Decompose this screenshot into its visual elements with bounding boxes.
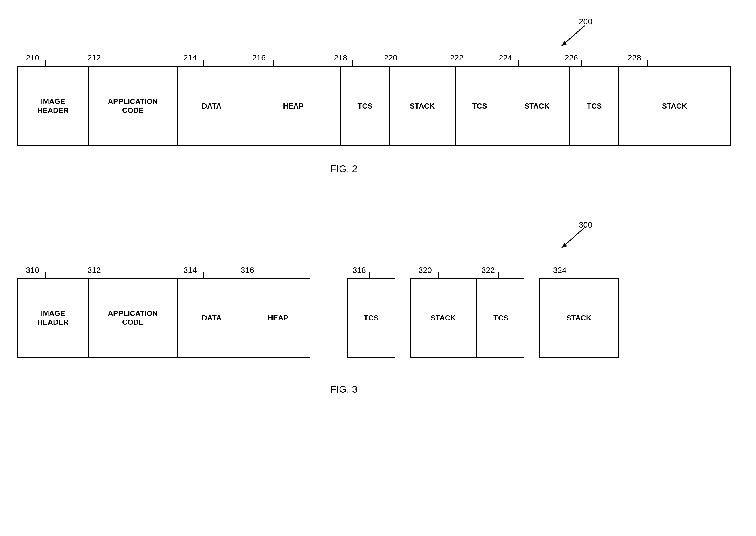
ref-224: 224 [499,53,512,62]
ref-218: 218 [334,53,347,62]
block-stack1-fig3: STACK [411,279,477,357]
tick-310 [42,272,48,279]
block-image-header-fig2: IMAGE HEADER [18,67,89,145]
tick-222 [464,60,470,67]
block-stack2-fig3: STACK [540,279,618,357]
block-stack3-fig2: STACK [619,67,730,145]
diagram-page: 200 210 212 214 216 218 220 222 224 [0,0,756,536]
ref-210: 210 [26,53,39,62]
block-tcs2-fig2: TCS [456,67,504,145]
ref-322: 322 [482,266,495,275]
ref-212: 212 [88,53,101,62]
ref-214: 214 [183,53,197,62]
ref-216: 216 [252,53,266,62]
fig2-label: FIG. 2 [315,163,373,174]
tick-220 [401,60,407,67]
fig3-tcs1-box: TCS [347,278,395,358]
tick-226 [579,60,585,67]
ref-310: 310 [26,266,39,275]
tick-224 [516,60,522,67]
ref-228: 228 [628,53,641,62]
block-image-header-fig3: IMAGE HEADER [18,279,89,357]
ref-220: 220 [384,53,398,62]
tick-216 [271,60,276,67]
ref-314: 314 [183,266,197,275]
tick-214 [200,60,206,67]
block-app-code-fig2: APPLICATION CODE [89,67,178,145]
block-data-fig2: DATA [178,67,246,145]
ref-222: 222 [450,53,463,62]
block-stack1-fig2: STACK [390,67,456,145]
ref-324: 324 [553,266,566,275]
arrow-300 [556,225,590,251]
block-tcs1-fig3: TCS [348,279,395,357]
fig3-stack2-box: STACK [539,278,619,358]
tick-228 [645,60,651,67]
tick-316 [258,272,264,279]
block-heap-fig3: HEAP [246,279,309,357]
block-tcs1-fig2: TCS [341,67,390,145]
tick-218 [350,60,355,67]
tick-210 [42,60,48,67]
block-app-code-fig3: APPLICATION CODE [89,279,178,357]
block-tcs2-fig3: TCS [477,279,525,357]
ref-226: 226 [564,53,578,62]
block-data-fig3: DATA [178,279,246,357]
ref-320: 320 [418,266,432,275]
block-tcs3-fig2: TCS [570,67,619,145]
fig3-label: FIG. 3 [315,384,373,395]
tick-314 [200,272,206,279]
fig3-stack-tcs-box: STACK TCS [410,278,524,358]
ref-312: 312 [88,266,101,275]
block-stack2-fig2: STACK [504,67,570,145]
block-heap-fig2: HEAP [246,67,341,145]
ref-318: 318 [352,266,366,275]
ref-316: 316 [241,266,254,275]
tick-312 [111,272,117,279]
arrow-200 [556,23,590,49]
tick-212 [111,60,117,67]
